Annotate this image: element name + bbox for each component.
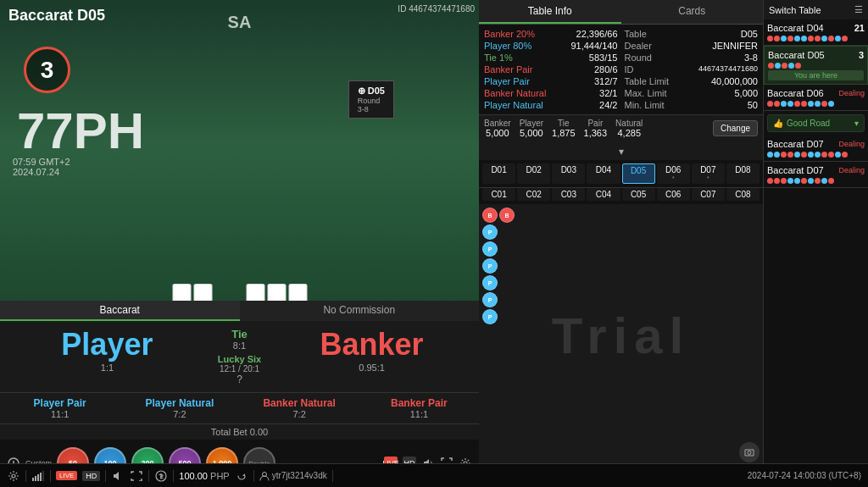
dot: [828, 36, 834, 42]
grid-d01[interactable]: D01: [482, 163, 515, 184]
sidebar-table-d04[interactable]: Baccarat D04 21: [764, 19, 868, 46]
grid-d08[interactable]: D08: [726, 163, 760, 184]
sidebar-table-d07a[interactable]: Baccarat D07 Dealing: [764, 136, 868, 162]
separator: [148, 470, 149, 482]
grid-c04[interactable]: C04: [587, 188, 620, 201]
svg-rect-5: [35, 476, 36, 481]
limits-row: Banker 5,000 Player 5,000 Tie 1,875 Pair…: [479, 114, 763, 141]
sidebar-d06-name: Baccarat D06: [767, 88, 824, 98]
sidebar-d04-dots: [767, 36, 865, 42]
sidebar-d07a-name: Baccarat D07: [767, 139, 824, 149]
dot: [781, 101, 787, 107]
svg-rect-8: [42, 471, 44, 481]
volume-status-icon[interactable]: [111, 469, 125, 483]
dot: [821, 178, 827, 184]
switch-table-label: Switch Table: [769, 5, 821, 15]
dot: [775, 63, 781, 69]
camera-icon[interactable]: [739, 442, 760, 462]
sidebar-table-d07b-header: Baccarat D07 Dealing: [767, 165, 865, 175]
grid-d03[interactable]: D03: [552, 163, 585, 184]
sidebar-table-d04-header: Baccarat D04 21: [767, 23, 865, 33]
grid-c06[interactable]: C06: [657, 188, 690, 201]
bottom-bets: Player Pair 11:1 Player Natural 7:2 Bank…: [0, 392, 479, 423]
info-row-id: ID 44674374471680: [623, 64, 760, 75]
info-right: Table D05 Dealer JENNIFER Round 3-8 ID 4…: [623, 28, 760, 111]
player-pair-odds: 11:1: [51, 409, 69, 419]
lucky-six-odds: 12:1 / 20:1: [220, 364, 259, 374]
info-row-banker-natural: Banker Natural 32/1: [482, 87, 620, 99]
separator: [50, 470, 51, 482]
grid-c05[interactable]: C05: [622, 188, 655, 201]
natural-limit: Natural 4,285: [615, 119, 643, 138]
tab-table-info[interactable]: Table Info: [479, 0, 621, 24]
sidebar-table-d07b[interactable]: Baccarat D07 Dealing: [764, 162, 868, 188]
thumbs-up-icon: 👍: [773, 119, 783, 128]
pair-limit: Pair 1,363: [584, 119, 608, 138]
money-icon[interactable]: [154, 469, 168, 483]
tab-cards[interactable]: Cards: [621, 0, 764, 24]
dot: [801, 101, 807, 107]
dot: [815, 36, 821, 42]
dot: [815, 178, 821, 184]
dot: [801, 152, 807, 158]
dropdown-toggle[interactable]: ▾: [479, 141, 763, 160]
player-pair-bet[interactable]: Player Pair 11:1: [0, 395, 120, 422]
dot: [774, 178, 780, 184]
dot: [782, 63, 787, 69]
player-limit: Player 5,000: [520, 119, 543, 138]
tie-bet-area[interactable]: Tie 8:1 Lucky Six 12:1 / 20:1 ?: [214, 324, 264, 389]
grid-c01[interactable]: C01: [482, 188, 515, 201]
change-limits-button[interactable]: Change: [713, 120, 758, 136]
dot: [815, 101, 821, 107]
refresh-icon[interactable]: [235, 469, 248, 483]
dot: [815, 152, 821, 158]
signal-icon[interactable]: [31, 469, 45, 483]
grid-d04[interactable]: D04: [587, 163, 620, 184]
grid-d06[interactable]: D06*: [657, 163, 690, 184]
grid-d05[interactable]: D05: [622, 163, 655, 184]
grid-d02[interactable]: D02: [517, 163, 550, 184]
brand-watermark: 77PH: [17, 102, 144, 160]
sidebar-table-d05-header: Baccarat D05 3: [768, 50, 864, 60]
banker-natural-bet[interactable]: Banker Natural 7:2: [240, 395, 359, 422]
player-natural-bet[interactable]: Player Natural 7:2: [120, 395, 239, 422]
dot: [774, 152, 780, 158]
table-grid-row2: C01 C02 C03 C04 C05 C06 C07 C08: [479, 188, 763, 204]
here-badge: You are here: [768, 70, 864, 80]
grid-d07[interactable]: D07*: [692, 163, 725, 184]
sidebar-d07b-name: Baccarat D07: [767, 165, 824, 175]
sidebar-table-d06[interactable]: Baccarat D06 Dealing: [764, 85, 868, 111]
player-bet-area[interactable]: Player 1:1: [0, 324, 214, 389]
menu-icon[interactable]: ☰: [854, 4, 863, 15]
dot: [774, 101, 780, 107]
grid-c02[interactable]: C02: [517, 188, 550, 201]
grid-c07[interactable]: C07: [692, 188, 725, 201]
sidebar-table-d05[interactable]: Baccarat D05 3 You are here: [764, 46, 868, 85]
bead-p2: P: [482, 241, 498, 257]
grid-c03[interactable]: C03: [552, 188, 585, 201]
banker-bet-area[interactable]: Banker 0.95:1: [264, 324, 479, 389]
banker-pair-bet[interactable]: Banker Pair 11:1: [359, 395, 479, 422]
sidebar-d07b-dealing: Dealing: [838, 166, 865, 174]
sidebar-header: Switch Table ☰: [764, 0, 868, 19]
banker-pair-odds: 11:1: [410, 409, 428, 419]
fullscreen-status-icon[interactable]: [130, 469, 143, 483]
dot: [821, 152, 827, 158]
good-road-button[interactable]: 👍 Good Road ▾: [767, 114, 865, 132]
dot: [794, 178, 800, 184]
hd-badge: HD: [82, 471, 100, 481]
tab-baccarat[interactable]: Baccarat: [0, 301, 240, 321]
chevron-down-icon: ▾: [619, 146, 624, 158]
bead-p6: P: [482, 309, 498, 324]
info-row-player-pair: Player Pair 312/7: [482, 75, 620, 87]
help-icon[interactable]: ?: [236, 374, 242, 385]
total-bet-display: Total Bet 0.00: [0, 423, 479, 440]
settings-gear-icon[interactable]: [7, 469, 20, 483]
dot: [794, 101, 800, 107]
tab-no-commission[interactable]: No Commission: [240, 301, 480, 321]
dot: [842, 36, 848, 42]
table-info-content: Banker 20% 22,396/66 Player 80% 91,444/1…: [479, 25, 763, 114]
info-row-min-limit: Min. Limit 50: [623, 99, 760, 111]
banker-limit: Banker 5,000: [484, 119, 511, 138]
grid-c08[interactable]: C08: [726, 188, 760, 201]
